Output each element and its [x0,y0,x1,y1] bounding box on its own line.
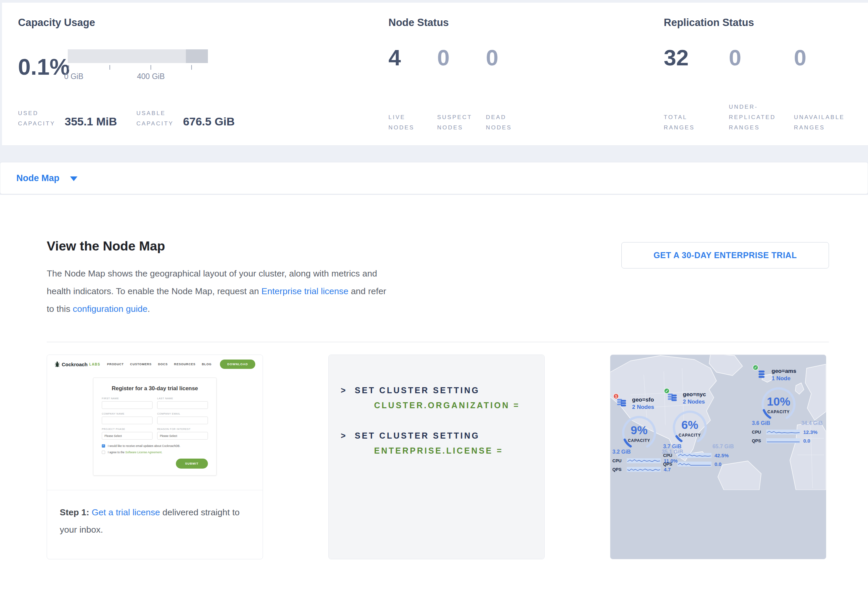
configuration-guide-link[interactable]: configuration guide [73,304,148,314]
locality-nyc: ✓ geo=nyc 2 Nodes [663,391,738,467]
nav-item: CUSTOMERS [130,362,152,366]
qps-sparkline [678,462,712,466]
usable-capacity-label: USABLECAPACITY [136,108,174,129]
qps-metric: QPS 4.7 [613,466,688,472]
sql-command: > SET CLUSTER SETTING ENTERPRISE.LICENSE… [341,431,544,456]
healthy-check-badge: ✓ [753,365,759,371]
sql-prompt: > [341,386,347,395]
capacity-gauge: 6% CAPACITY [668,409,712,446]
field-label: COMPANY EMAIL [157,412,208,415]
locality-node-count: 2 Nodes [683,398,706,406]
checkbox-checked-icon [102,444,105,447]
company-name-input [102,416,152,424]
get-enterprise-trial-button[interactable]: GET A 30-DAY ENTERPRISE TRIAL [621,242,829,268]
error-count-badge: 1 [613,393,619,399]
healthy-check-badge: ✓ [664,388,670,394]
cluster-summary-panel: Capacity Usage 0.1% 0 GiB 400 GiB USEDCA… [2,3,868,146]
capacity-gauge: 9% CAPACITY [617,414,661,452]
section-divider [47,342,829,342]
license-agreement-checkbox-label: I agree to the Software License Agreemen… [108,450,162,454]
total-gib: 34.4 GiB [801,420,822,426]
cpu-sparkline [766,430,800,434]
step-1-card: Cockroach LABS PRODUCT CUSTOMERS DOCS RE… [47,355,263,559]
used-capacity-value: 355.1 MiB [65,115,117,129]
capacity-label: CAPACITY [617,438,661,443]
email-updates-checkbox-label: I would like to receive email updates ab… [108,444,180,447]
locality-ams: ✓ geo=ams 1 Node [752,368,826,444]
step-2-card: > SET CLUSTER SETTING CLUSTER.ORGANIZATI… [328,355,545,559]
total-ranges-value: 32 [664,45,729,71]
dead-nodes-value: 0 [486,45,534,71]
capacity-gauge: 10% CAPACITY [757,386,801,423]
step-1-screenshot: Cockroach LABS PRODUCT CUSTOMERS DOCS RE… [47,355,263,490]
step-3-caption: Step 3: Follow this guide to configure l… [610,559,826,559]
form-title: Register for a 30-day trial license [102,385,208,391]
brand-labs-text: LABS [89,362,100,366]
checkbox-unchecked-icon [102,450,105,454]
capacity-usage-row: 0.1% 0 GiB 400 GiB [18,47,208,87]
node-status-title: Node Status [388,17,449,29]
capacity-percent: 10% [757,395,801,408]
sql-setting-name: ENTERPRISE.LICENSE = [374,446,544,456]
capacity-percent: 6% [668,418,712,431]
enterprise-trial-license-link[interactable]: Enterprise trial license [261,286,348,296]
nav-item: PRODUCT [107,362,124,366]
nav-item: BLOG [202,362,211,366]
node-status-labels: LIVENODES SUSPECTNODES DEADNODES [388,102,534,133]
get-trial-license-link[interactable]: Get a trial license [92,507,160,517]
total-ranges-label: TOTALRANGES [664,112,729,133]
axis-tick [109,65,110,70]
axis-tick-label: 0 GiB [64,72,83,81]
sql-keyword: SET CLUSTER SETTING [355,431,480,440]
field-label: REASON FOR INTEREST [157,428,208,431]
unavailable-ranges-label: UNAVAILABLERANGES [794,112,859,133]
live-nodes-value: 4 [388,45,437,71]
axis-tick [68,65,69,70]
axis-tick [191,65,192,70]
locality-name: geo=sfo [632,396,654,403]
sql-command: > SET CLUSTER SETTING CLUSTER.ORGANIZATI… [341,386,544,410]
total-gib: 65.7 GiB [713,444,734,450]
capacity-bar-usable-segment [68,49,186,63]
capacity-percent: 9% [617,424,661,437]
steps-cards-row: Cockroach LABS PRODUCT CUSTOMERS DOCS RE… [47,355,829,559]
capacity-detail-row: USEDCAPACITY 355.1 MiB USABLECAPACITY 67… [18,108,235,129]
mini-site-header: Cockroach LABS PRODUCT CUSTOMERS DOCS RE… [55,359,255,369]
node-map-dropdown[interactable]: Node Map [16,173,59,184]
node-status-values: 4 0 0 [388,45,534,71]
qps-value: 4.7 [664,466,671,472]
unavailable-ranges-value: 0 [794,45,859,71]
qps-value: 0.0 [714,461,722,467]
step-3-node-map-preview: 1 geo=sfo 2 Nodes [610,355,826,559]
view-selector-bar: Node Map [0,162,868,194]
chevron-down-icon[interactable] [70,177,77,181]
under-replicated-ranges-label: UNDER-REPLICATEDRANGES [729,102,794,133]
capacity-label: CAPACITY [668,433,712,438]
replication-status-values: 32 0 0 [664,45,859,71]
live-nodes-label: LIVENODES [388,112,437,133]
field-label: FIRST NAME [102,397,152,400]
step-1-caption: Step 1: Get a trial license delivered st… [47,490,263,538]
cpu-value: 42.5% [714,453,729,458]
intro-paragraph: The Node Map shows the geographical layo… [47,265,394,318]
field-label: COMPANY NAME [102,412,152,415]
first-name-input [102,401,152,409]
capacity-bar-total-segment [186,49,208,63]
step-3-card: 1 geo=sfo 2 Nodes [610,355,826,559]
last-name-input [157,401,208,409]
qps-metric: QPS 0.0 [663,461,738,467]
suspect-nodes-label: SUSPECTNODES [437,112,486,133]
intro-block: View the Node Map The Node Map shows the… [47,195,829,318]
cpu-metric: CPU 42.5% [663,453,738,458]
qps-sparkline [766,438,800,443]
cpu-sparkline [678,453,712,458]
locality-node-count: 2 Nodes [632,403,654,411]
locality-name: geo=nyc [683,391,706,398]
step-label: Step 1: [60,507,89,517]
locality-name: geo=ams [772,368,796,375]
suspect-nodes-value: 0 [437,45,486,71]
sql-setting-name: CLUSTER.ORGANIZATION = [374,400,544,410]
capacity-percent: 0.1% [18,54,68,80]
field-label: PROJECT PHASE [102,428,152,431]
axis-tick [151,65,151,70]
